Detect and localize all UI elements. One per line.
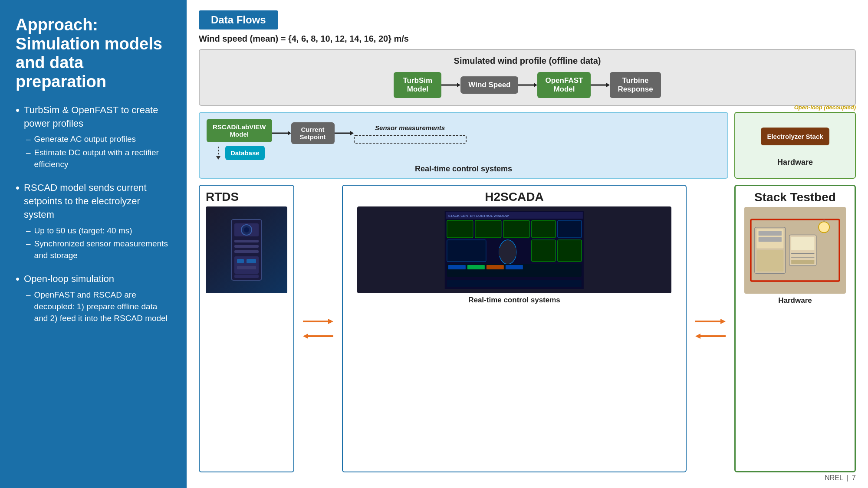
svg-rect-61	[791, 237, 814, 250]
sub-bullet-2-1: Up to 50 us (target: 40 ms)	[26, 225, 173, 237]
middle-row: Open-loop (decoupled) RSCAD/LabVIEWModel	[199, 112, 856, 179]
svg-point-65	[819, 222, 829, 233]
sub-bullets-1: Generate AC output profiles Estimate DC …	[26, 134, 173, 170]
h2scada-title: H2SCADA	[485, 190, 543, 204]
svg-rect-45	[467, 265, 485, 269]
database-box: Database	[225, 146, 265, 160]
turbine-response-box: TurbineResponse	[610, 72, 661, 98]
svg-rect-40	[499, 248, 516, 256]
svg-marker-26	[328, 319, 333, 324]
svg-rect-21	[237, 259, 244, 263]
rscad-labview-box: RSCAD/LabVIEWModel	[207, 119, 272, 142]
sub-bullet-3-1: OpenFAST and RSCAD are decoupled: 1) pre…	[26, 289, 173, 324]
sub-bullets-3: OpenFAST and RSCAD are decoupled: 1) pre…	[26, 289, 173, 324]
db-row: Database	[214, 146, 265, 160]
db-rscad-col: RSCAD/LabVIEWModel Database	[207, 119, 272, 160]
stack-title: Stack Testbed	[754, 190, 836, 204]
bullet-section-2: RSCAD model sends current setpoints to t…	[16, 181, 173, 263]
bullet-main-1: TurbSim & OpenFAST to create power profi…	[16, 104, 173, 131]
right-panel: Data Flows Wind speed (mean) = {4, 6, 8,…	[187, 0, 868, 488]
openfast-model-box: OpenFASTModel	[537, 72, 591, 98]
wind-speed-label: Wind speed (mean) = {4, 6, 8, 10, 12, 14…	[199, 34, 856, 44]
h2scada-box: H2SCADA STACK CENTER CONTROL WINDOW	[342, 185, 687, 472]
svg-rect-36	[532, 220, 556, 238]
svg-rect-44	[448, 265, 466, 269]
current-setpoint-box: CurrentSetpoint	[291, 122, 335, 144]
arrow-1	[441, 81, 460, 89]
svg-rect-32	[447, 220, 473, 238]
sub-bullet-1-1: Generate AC output profiles	[26, 134, 173, 145]
svg-rect-24	[234, 275, 259, 278]
arrow-2	[518, 81, 537, 89]
footer-bar: NREL | 7	[199, 472, 856, 482]
stack-bottom-label: Hardware	[778, 296, 812, 305]
arrow-right-orange-2	[695, 317, 726, 326]
svg-rect-19	[234, 250, 259, 253]
left-panel: Approach: Simulation models and data pre…	[0, 0, 187, 488]
h2scada-photo: STACK CENTER CONTROL WINDOW	[357, 206, 671, 293]
svg-rect-17	[234, 240, 259, 242]
wind-speed-box: Wind Speed	[460, 76, 518, 94]
svg-marker-3	[534, 83, 537, 87]
sub-bullets-2: Up to 50 us (target: 40 ms) Synchronized…	[26, 225, 173, 262]
rtds-photo	[206, 206, 287, 293]
stack-photo	[744, 207, 846, 294]
bottom-row: RTDS	[199, 185, 856, 472]
svg-marker-7	[216, 156, 220, 160]
bullet-section-1: TurbSim & OpenFAST to create power profi…	[16, 104, 173, 172]
stack-testbed-svg	[747, 211, 843, 289]
sim-wind-box: Simulated wind profile (offline data) Tu…	[199, 49, 856, 106]
h2scada-bottom-label: Real-time control systems	[468, 296, 560, 305]
hw-box: Electrolyzer Stack Hardware	[734, 112, 856, 179]
rt-arrow-1	[272, 129, 291, 137]
svg-rect-48	[447, 280, 582, 287]
svg-rect-22	[247, 259, 256, 263]
svg-rect-46	[487, 265, 504, 269]
sensor-label: Sensor measurements	[375, 124, 445, 131]
electrolyzer-stack-box: Electrolyzer Stack	[761, 128, 829, 145]
rtds-box: RTDS	[199, 185, 294, 472]
svg-marker-5	[606, 83, 610, 87]
dashed-arrow-down	[214, 147, 223, 160]
open-loop-label: Open-loop (decoupled)	[794, 104, 856, 111]
svg-rect-59	[756, 250, 783, 272]
svg-rect-37	[558, 220, 582, 238]
sub-bullet-2-2: Synchronized sensor measurements and sto…	[26, 238, 173, 261]
data-flows-badge: Data Flows	[199, 10, 278, 29]
svg-marker-9	[288, 131, 291, 135]
svg-rect-47	[506, 265, 523, 269]
svg-marker-1	[457, 83, 460, 87]
arrow-3	[591, 81, 610, 89]
h2scada-screen-svg: STACK CENTER CONTROL WINDOW	[365, 211, 664, 289]
rtds-cabinet-svg	[229, 217, 264, 282]
svg-point-16	[244, 227, 249, 233]
rtds-h2scada-arrows	[300, 185, 336, 472]
svg-rect-12	[354, 135, 466, 143]
sub-bullet-1-2: Estimate DC output with a rectifier effi…	[26, 147, 173, 170]
dashed-rect	[354, 135, 467, 144]
sensor-col: Sensor measurements	[354, 122, 467, 144]
svg-rect-64	[791, 260, 814, 264]
sim-wind-title: Simulated wind profile (offline data)	[207, 56, 847, 66]
rt-flow-row: RSCAD/LabVIEWModel Database	[207, 119, 720, 160]
rt-box: RSCAD/LabVIEWModel Database	[199, 112, 728, 179]
sim-wind-flow-row: TurbSimModel Wind Speed OpenFASTModel Tu…	[207, 72, 847, 98]
hw-box-label: Hardware	[742, 158, 848, 167]
arrow-right-orange-1	[303, 317, 333, 326]
footer-page: 7	[852, 474, 856, 482]
rtds-title: RTDS	[206, 190, 239, 204]
svg-rect-35	[503, 220, 529, 238]
svg-rect-18	[234, 245, 259, 248]
turbsim-model-box: TurbSimModel	[394, 72, 441, 98]
svg-rect-58	[759, 237, 782, 242]
svg-marker-50	[720, 319, 726, 324]
footer-org: NREL	[825, 474, 843, 482]
footer-separator: |	[847, 474, 848, 482]
svg-rect-23	[237, 266, 256, 269]
bullet-section-3: Open-loop simulation OpenFAST and RSCAD …	[16, 272, 173, 326]
svg-rect-42	[558, 240, 582, 262]
rt-box-label: Real-time control systems	[207, 164, 720, 174]
bullet-main-2: RSCAD model sends current setpoints to t…	[16, 181, 173, 221]
stack-box: Stack Testbed	[734, 185, 856, 472]
svg-rect-41	[532, 240, 556, 262]
